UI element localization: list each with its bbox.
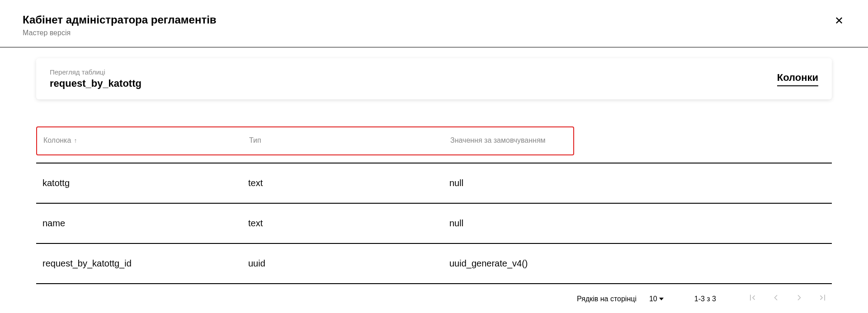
- pagination: Рядків на сторінці 10 1-3 з 3: [36, 284, 832, 313]
- cell-default: null: [449, 218, 826, 229]
- table-row: katottg text null: [36, 163, 832, 204]
- cell-col: request_by_katottg_id: [42, 258, 248, 269]
- top-bar: Кабінет адміністратора регламентів Масте…: [0, 0, 868, 47]
- page-subtitle: Мастер версія: [23, 29, 217, 37]
- rows-per-page-value: 10: [649, 295, 657, 303]
- prev-page-icon[interactable]: [770, 293, 781, 304]
- rows-per-page-select[interactable]: 10: [649, 295, 664, 303]
- rows-per-page-label: Рядків на сторінці: [577, 295, 637, 303]
- columns-button[interactable]: Колонки: [777, 72, 818, 86]
- cell-type: uuid: [248, 258, 449, 269]
- table-header-row: Колонка ↑ Тип Значення за замовчуванням: [36, 126, 574, 155]
- next-page-icon[interactable]: [794, 293, 805, 304]
- table: Колонка ↑ Тип Значення за замовчуванням …: [36, 126, 832, 313]
- cell-type: text: [248, 218, 449, 229]
- caret-down-icon: [659, 298, 664, 300]
- card-label: Перегляд таблиці: [50, 68, 142, 76]
- sort-ascending-icon: ↑: [74, 137, 77, 144]
- th-default-label: Значення за замовчуванням: [450, 136, 546, 145]
- content: Перегляд таблиці request_by_katottg Коло…: [0, 58, 868, 313]
- th-type[interactable]: Тип: [249, 136, 450, 145]
- cell-default: null: [449, 178, 826, 188]
- table-card: Перегляд таблиці request_by_katottg Коло…: [36, 58, 832, 99]
- first-page-icon[interactable]: [747, 293, 758, 304]
- cell-type: text: [248, 178, 449, 188]
- last-page-icon[interactable]: [817, 293, 828, 304]
- th-default[interactable]: Значення за замовчуванням: [450, 136, 567, 145]
- table-row: name text null: [36, 204, 832, 244]
- th-column[interactable]: Колонка ↑: [43, 136, 249, 145]
- th-column-label: Колонка: [43, 136, 71, 145]
- table-row: request_by_katottg_id uuid uuid_generate…: [36, 244, 832, 284]
- cell-col: name: [42, 218, 248, 229]
- cell-col: katottg: [42, 178, 248, 188]
- page-title: Кабінет адміністратора регламентів: [23, 14, 217, 26]
- header-text: Кабінет адміністратора регламентів Масте…: [23, 14, 217, 37]
- card-left: Перегляд таблиці request_by_katottg: [50, 68, 142, 89]
- cell-default: uuid_generate_v4(): [449, 258, 826, 269]
- pagination-range: 1-3 з 3: [694, 295, 716, 303]
- card-name: request_by_katottg: [50, 78, 142, 89]
- close-icon[interactable]: ✕: [833, 14, 845, 28]
- th-type-label: Тип: [249, 136, 261, 145]
